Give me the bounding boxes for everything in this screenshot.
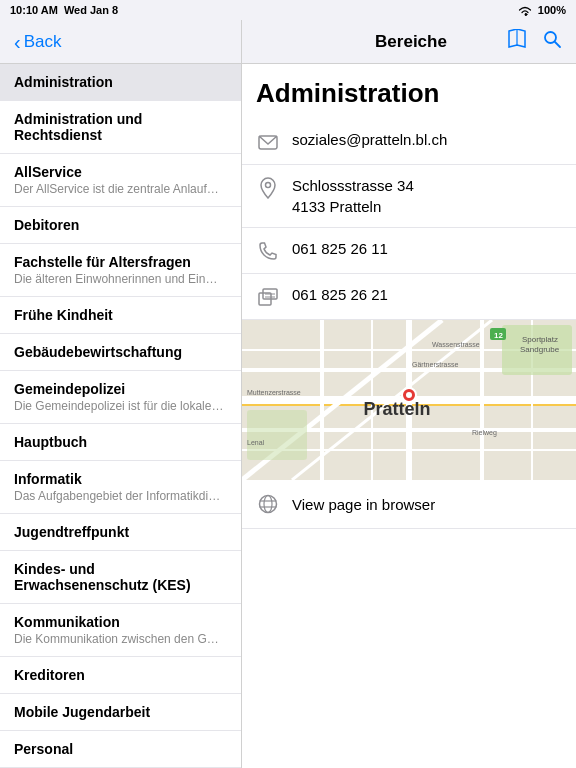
header-icons <box>506 29 562 54</box>
book-icon[interactable] <box>506 29 528 54</box>
right-header: Bereiche <box>242 20 576 64</box>
list-item-desc: Das Aufgabengebiet der Informatikdienste… <box>14 489 224 503</box>
svg-line-2 <box>555 42 560 47</box>
list-item-desc: Die Kommunikation zwischen den Gemeinden <box>14 632 224 646</box>
svg-point-36 <box>406 392 412 398</box>
right-header-title: Bereiche <box>316 32 506 52</box>
list-item[interactable]: Hauptbuch <box>0 424 241 461</box>
list-item-title: Kommunikation <box>14 614 227 630</box>
list-item-title: Informatik <box>14 471 227 487</box>
address-text: Schlossstrasse 34 4133 Pratteln <box>292 175 414 217</box>
list-item-title: Administration <box>14 74 227 90</box>
left-panel: ‹ Back AdministrationAdministration und … <box>0 20 242 768</box>
list-item[interactable]: Debitoren <box>0 207 241 244</box>
list-item[interactable]: Administration <box>0 64 241 101</box>
list-item[interactable]: Personal <box>0 731 241 768</box>
svg-text:Gärtnerstrasse: Gärtnerstrasse <box>412 361 458 368</box>
email-row: soziales@pratteln.bl.ch <box>242 119 576 165</box>
email-text[interactable]: soziales@pratteln.bl.ch <box>292 129 447 150</box>
app-container: ‹ Back AdministrationAdministration und … <box>0 20 576 768</box>
left-header: ‹ Back <box>0 20 241 64</box>
back-chevron-icon: ‹ <box>14 32 21 52</box>
back-button[interactable]: ‹ Back <box>14 32 61 52</box>
list-item[interactable]: AllServiceDer AllService ist die zentral… <box>0 154 241 207</box>
location-icon <box>256 176 280 200</box>
phone-text[interactable]: 061 825 26 11 <box>292 238 388 259</box>
svg-point-37 <box>260 496 277 513</box>
list-item-desc: Die älteren Einwohnerinnen und Einwohner… <box>14 272 224 286</box>
list-item-title: Mobile Jugendarbeit <box>14 704 227 720</box>
list-item-title: Fachstelle für Altersfragen <box>14 254 227 270</box>
email-icon <box>256 130 280 154</box>
list-item-title: Debitoren <box>14 217 227 233</box>
status-bar: 10:10 AM Wed Jan 8 100% <box>0 0 576 20</box>
address-row: Schlossstrasse 34 4133 Pratteln <box>242 165 576 228</box>
list-item-desc: Die Gemeindepolizei ist für die lokale S… <box>14 399 224 413</box>
svg-point-38 <box>264 496 272 513</box>
map-svg: Sportplatz Sandgrube 12 Pratteln Gärtner… <box>242 320 576 480</box>
svg-text:Wassenstrasse: Wassenstrasse <box>432 341 480 348</box>
svg-point-1 <box>545 32 556 43</box>
list-item[interactable]: Kindes- und Erwachsenenschutz (KES) <box>0 551 241 604</box>
list-item[interactable]: Jugendtreffpunkt <box>0 514 241 551</box>
back-label: Back <box>24 32 62 52</box>
wifi-icon <box>517 4 533 16</box>
list-item-title: Administration und Rechtsdienst <box>14 111 227 143</box>
fax-icon <box>256 285 280 309</box>
list-item[interactable]: Gebäudebewirtschaftung <box>0 334 241 371</box>
phone-row: 061 825 26 11 <box>242 228 576 274</box>
svg-point-4 <box>266 183 271 188</box>
view-browser-text[interactable]: View page in browser <box>292 496 435 513</box>
list-item[interactable]: KommunikationDie Kommunikation zwischen … <box>0 604 241 657</box>
list-item-title: Gebäudebewirtschaftung <box>14 344 227 360</box>
list-item-title: Kindes- und Erwachsenenschutz (KES) <box>14 561 227 593</box>
list-item[interactable]: InformatikDas Aufgabengebiet der Informa… <box>0 461 241 514</box>
list-item[interactable]: Mobile Jugendarbeit <box>0 694 241 731</box>
svg-text:Sandgrube: Sandgrube <box>520 345 560 354</box>
svg-text:Muttenzerstrasse: Muttenzerstrasse <box>247 389 301 396</box>
right-content[interactable]: Administration soziales@pratteln.bl.ch <box>242 64 576 768</box>
list-item[interactable]: Fachstelle für AltersfragenDie älteren E… <box>0 244 241 297</box>
list-item-title: Hauptbuch <box>14 434 227 450</box>
list-item-title: Gemeindepolizei <box>14 381 227 397</box>
list-item-title: Frühe Kindheit <box>14 307 227 323</box>
list-item[interactable]: Administration und Rechtsdienst <box>0 101 241 154</box>
list-item[interactable]: Frühe Kindheit <box>0 297 241 334</box>
battery-status: 100% <box>538 4 566 16</box>
status-indicators: 100% <box>517 4 566 16</box>
list-item-title: Kreditoren <box>14 667 227 683</box>
right-panel: Bereiche Admin <box>242 20 576 768</box>
svg-text:Rielweg: Rielweg <box>472 429 497 437</box>
phone-icon <box>256 239 280 263</box>
list-item-title: Personal <box>14 741 227 757</box>
list-item[interactable]: Kreditoren <box>0 657 241 694</box>
left-list[interactable]: AdministrationAdministration und Rechtsd… <box>0 64 241 768</box>
svg-text:12: 12 <box>494 331 503 340</box>
list-item-title: Jugendtreffpunkt <box>14 524 227 540</box>
detail-title: Administration <box>242 64 576 119</box>
svg-text:Sportplatz: Sportplatz <box>522 335 558 344</box>
list-item[interactable]: GemeindepolizeiDie Gemeindepolizei ist f… <box>0 371 241 424</box>
view-browser-row[interactable]: View page in browser <box>242 480 576 529</box>
fax-row: 061 825 26 21 <box>242 274 576 320</box>
map-container[interactable]: Sportplatz Sandgrube 12 Pratteln Gärtner… <box>242 320 576 480</box>
list-item-title: AllService <box>14 164 227 180</box>
fax-text[interactable]: 061 825 26 21 <box>292 284 388 305</box>
search-icon[interactable] <box>542 29 562 54</box>
list-item-desc: Der AllService ist die zentrale Anlaufst… <box>14 182 224 196</box>
svg-text:Pratteln: Pratteln <box>363 399 430 419</box>
svg-text:Lenal: Lenal <box>247 439 265 446</box>
globe-icon <box>256 492 280 516</box>
status-time-date: 10:10 AM Wed Jan 8 <box>10 4 118 16</box>
svg-rect-28 <box>247 410 307 460</box>
